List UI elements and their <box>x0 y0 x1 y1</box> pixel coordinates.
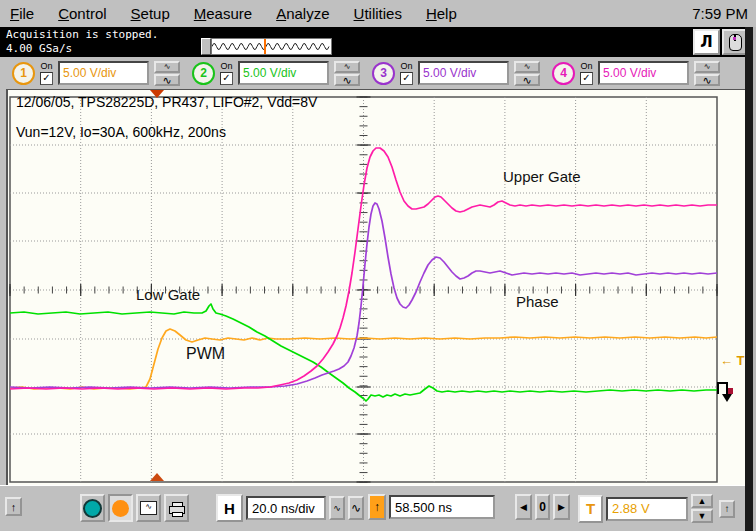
trigger-setup-button[interactable]: T <box>578 495 603 523</box>
channel-4-scale-field[interactable]: 5.00 V/div <box>598 61 689 85</box>
waveform-display[interactable]: 12/06/05, TPS28225D, PR437, LIFO#2, Vdd=… <box>6 89 746 485</box>
stop-icon <box>112 500 129 517</box>
channel-4-scale-spinner: ∿∿ <box>694 61 720 86</box>
status-buttons: Л <box>693 29 749 55</box>
channel-3-on-checkbox[interactable]: ✓ <box>400 72 413 85</box>
pulse-width-button[interactable]: Л <box>693 29 720 55</box>
channel-3-badge[interactable]: 3 <box>372 62 395 85</box>
graticule-and-traces <box>8 90 748 486</box>
channel-4-scale-increase[interactable]: ∿ <box>694 74 720 86</box>
expand-right-button[interactable]: ↑ <box>719 500 735 518</box>
menu-items: FileControlSetupMeasureAnalyzeUtilitiesH… <box>0 5 692 22</box>
run-button[interactable] <box>80 494 105 522</box>
label-upper-gate: Upper Gate <box>503 168 581 185</box>
channel-2-scale-spinner: ∿∿ <box>334 61 360 86</box>
preview-position-marker[interactable] <box>264 39 266 54</box>
clock: 7:59 PM <box>692 5 756 22</box>
print-button[interactable] <box>164 494 189 522</box>
channel-2-scale-decrease[interactable]: ∿ <box>334 61 360 73</box>
channel-1-scale-spinner: ∿∿ <box>154 61 180 86</box>
channel-4-on-checkbox[interactable]: ✓ <box>580 72 593 85</box>
channel-3-scale-decrease[interactable]: ∿ <box>514 61 540 73</box>
trigger-level-marker[interactable]: ← T <box>720 353 745 368</box>
timebase-field[interactable]: 20.0 ns/div <box>246 496 326 520</box>
annotation-line2: Vun=12V, Io=30A, 600kHz, 200ns <box>16 124 226 140</box>
channel-4-on-toggle: On✓ <box>580 62 593 85</box>
menu-setup[interactable]: Setup <box>131 5 170 22</box>
channel-2-on-toggle: On✓ <box>220 62 233 85</box>
horizontal-setup-button[interactable]: H <box>216 494 243 522</box>
status-text: Acquisition is stopped. 4.00 GSa/s <box>6 28 158 56</box>
trigger-level-up-button[interactable]: ▲ <box>691 494 713 508</box>
channel-3-controls: 3On✓5.00 V/div∿∿ <box>372 61 552 86</box>
label-pwm: PWM <box>186 345 225 363</box>
clear-display-icon: ∿ <box>140 501 157 515</box>
channel-3-on-toggle: On✓ <box>400 62 413 85</box>
menu-measure[interactable]: Measure <box>194 5 252 22</box>
channel-3-scale-field[interactable]: 5.00 V/div <box>418 61 509 85</box>
channel-4-badge[interactable]: 4 <box>552 62 575 85</box>
menu-bar: FileControlSetupMeasureAnalyzeUtilitiesH… <box>0 0 756 28</box>
acquisition-status: Acquisition is stopped. <box>6 28 158 42</box>
pulse-icon: Л <box>700 33 712 51</box>
channel-3-on-label: On <box>400 62 412 71</box>
channel-3-scale-spinner: ∿∿ <box>514 61 540 86</box>
menu-help[interactable]: Help <box>426 5 457 22</box>
horizontal-position-button[interactable]: ↑ <box>368 494 386 520</box>
channel-1-scale-field[interactable]: 5.00 V/div <box>58 61 149 85</box>
oscilloscope-screen: FileControlSetupMeasureAnalyzeUtilitiesH… <box>0 0 756 531</box>
preview-slider-cap[interactable] <box>201 38 211 55</box>
status-bar: Acquisition is stopped. 4.00 GSa/s Л <box>0 27 756 57</box>
preview-waveform-icon <box>212 39 331 54</box>
delay-decrease-button[interactable]: ◀ <box>515 494 532 520</box>
timebase-coarse-button[interactable]: ∿ <box>348 496 364 520</box>
stop-button[interactable] <box>108 494 133 522</box>
trigger-time-marker-top[interactable] <box>150 90 164 98</box>
preview-slider-track[interactable] <box>211 38 332 55</box>
channel-1-badge[interactable]: 1 <box>12 62 35 85</box>
channel-1-scale-decrease[interactable]: ∿ <box>154 61 180 73</box>
channel-2-controls: 2On✓5.00 V/div∿∿ <box>192 61 372 86</box>
trigger-time-marker-bottom[interactable] <box>150 473 164 481</box>
channel-controls-bar: 1On✓5.00 V/div∿∿2On✓5.00 V/div∿∿3On✓5.00… <box>0 57 745 89</box>
printer-icon <box>169 502 185 515</box>
channel-2-on-checkbox[interactable]: ✓ <box>220 72 233 85</box>
channel-2-badge[interactable]: 2 <box>192 62 215 85</box>
channel-1-on-label: On <box>40 62 52 71</box>
clear-display-button[interactable]: ∿ <box>136 494 161 522</box>
label-low-gate: Low Gate <box>136 286 200 303</box>
menu-utilities[interactable]: Utilities <box>354 5 402 22</box>
channel-4-scale-decrease[interactable]: ∿ <box>694 61 720 73</box>
expand-left-button[interactable]: ↑ <box>5 497 22 516</box>
channel-2-scale-field[interactable]: 5.00 V/div <box>238 61 329 85</box>
menu-analyze[interactable]: Analyze <box>276 5 329 22</box>
channel-2-scale-increase[interactable]: ∿ <box>334 74 360 86</box>
delay-field[interactable]: 58.500 ns <box>389 495 495 519</box>
trigger-level-field[interactable]: 2.88 V <box>606 497 688 521</box>
channel-1-controls: 1On✓5.00 V/div∿∿ <box>12 61 192 86</box>
channel-3-scale-increase[interactable]: ∿ <box>514 74 540 86</box>
channel-1-on-checkbox[interactable]: ✓ <box>40 72 53 85</box>
screen-edge-strip <box>745 27 756 531</box>
acquisition-preview-slider[interactable] <box>201 38 332 55</box>
annotation-line1: 12/06/05, TPS28225D, PR437, LIFO#2, Vdd=… <box>16 94 317 110</box>
timebase-fine-button[interactable]: ∿ <box>329 496 345 520</box>
mouse-icon <box>729 34 742 51</box>
channel-1-scale-increase[interactable]: ∿ <box>154 74 180 86</box>
ground-reference-marker-icon[interactable] <box>712 380 738 404</box>
channel-2-on-label: On <box>220 62 232 71</box>
label-phase: Phase <box>516 293 559 310</box>
sample-rate: 4.00 GSa/s <box>6 42 158 56</box>
channel-1-on-toggle: On✓ <box>40 62 53 85</box>
delay-increase-button[interactable]: ▶ <box>553 494 570 520</box>
menu-file[interactable]: File <box>10 5 34 22</box>
menu-control[interactable]: Control <box>58 5 106 22</box>
channel-4-controls: 4On✓5.00 V/div∿∿ <box>552 61 732 86</box>
channel-4-on-label: On <box>580 62 592 71</box>
delay-zero-button[interactable]: 0 <box>535 494 550 520</box>
trigger-level-down-button[interactable]: ▼ <box>691 509 713 523</box>
run-icon <box>83 499 102 518</box>
horizontal-trigger-toolbar: ↑ ∿ H 20.0 ns/div ∿ ∿ ↑ 58.500 ns ◀ 0 ▶ … <box>0 485 745 531</box>
